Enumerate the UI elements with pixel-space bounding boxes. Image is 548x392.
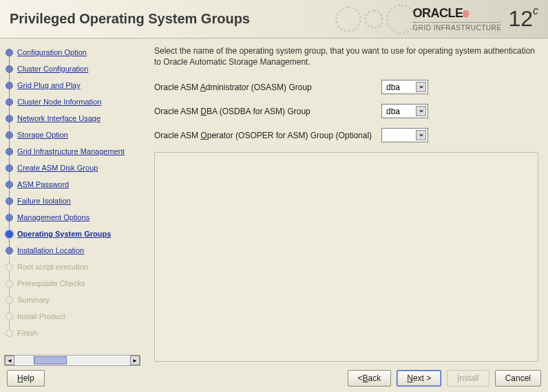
scroll-right-icon[interactable]: ► <box>130 356 140 365</box>
sidebar-step-11[interactable]: Operating System Groups <box>6 226 145 242</box>
content-pane: Select the name of the operating system … <box>145 39 548 369</box>
group-select-2[interactable] <box>381 128 428 142</box>
sidebar-step-4[interactable]: Network Interface Usage <box>6 110 145 127</box>
step-label[interactable]: Cluster Configuration <box>17 65 88 73</box>
step-bullet-icon <box>6 131 13 139</box>
help-button[interactable]: Help <box>7 370 45 386</box>
step-bullet-icon <box>6 263 13 271</box>
sidebar-step-8[interactable]: ASM Password <box>6 176 145 193</box>
step-bullet-icon <box>6 313 13 320</box>
step-label[interactable]: Create ASM Disk Group <box>17 164 98 172</box>
group-select-0[interactable]: dba <box>381 80 428 94</box>
step-bullet-icon <box>6 148 13 155</box>
sidebar-step-5[interactable]: Storage Option <box>6 127 145 143</box>
step-label[interactable]: Management Options <box>17 213 89 221</box>
group-label: Oracle ASM Administrator (OSASM) Group <box>154 83 375 92</box>
step-bullet-icon <box>6 115 13 122</box>
brand-logo: ORACLE® GRID INFRASTRUCTURE 12c <box>412 6 538 32</box>
step-bullet-icon <box>6 280 13 287</box>
step-bullet-icon <box>6 98 13 106</box>
footer: Help < Back Next > Install Cancel <box>0 369 548 392</box>
sidebar-step-10[interactable]: Management Options <box>6 209 145 226</box>
chevron-down-icon[interactable] <box>416 130 426 140</box>
install-button: Install <box>447 370 489 386</box>
step-bullet-icon <box>6 329 13 337</box>
step-label[interactable]: ASM Password <box>17 180 69 188</box>
sidebar-step-0[interactable]: Configuration Option <box>6 44 145 61</box>
step-bullet-icon <box>6 230 13 238</box>
scroll-thumb[interactable] <box>34 356 67 364</box>
sidebar-step-12[interactable]: Installation Location <box>6 242 145 259</box>
sidebar-step-17: Finish <box>6 325 145 341</box>
select-value: dba <box>386 83 400 92</box>
step-label[interactable]: Cluster Node Information <box>17 98 101 106</box>
back-button[interactable]: < Back <box>348 370 392 386</box>
step-label[interactable]: Installation Location <box>17 246 84 254</box>
step-label[interactable]: Failure Isolation <box>17 197 71 205</box>
step-label[interactable]: Network Interface Usage <box>17 114 101 122</box>
page-title: Privileged Operating System Groups <box>10 11 250 27</box>
sidebar-step-6[interactable]: Grid Infrastructure Management <box>6 143 145 160</box>
sidebar-step-3[interactable]: Cluster Node Information <box>6 94 145 110</box>
step-label: Summary <box>17 296 50 304</box>
step-label: Root script execution <box>17 263 88 271</box>
next-button[interactable]: Next > <box>397 370 441 386</box>
group-row-0: Oracle ASM Administrator (OSASM) Groupdb… <box>154 80 538 94</box>
step-label[interactable]: Storage Option <box>17 131 68 139</box>
chevron-down-icon[interactable] <box>416 106 426 116</box>
sidebar-step-9[interactable]: Failure Isolation <box>6 193 145 209</box>
step-bullet-icon <box>6 296 13 304</box>
step-bullet-icon <box>6 247 13 254</box>
cancel-button[interactable]: Cancel <box>495 370 541 386</box>
sidebar-step-15: Summary <box>6 292 145 308</box>
step-bullet-icon <box>6 164 13 172</box>
step-bullet-icon <box>6 181 13 188</box>
step-bullet-icon <box>6 82 13 89</box>
sidebar-step-1[interactable]: Cluster Configuration <box>6 61 145 77</box>
step-label: Prerequisite Checks <box>17 279 85 287</box>
step-bullet-icon <box>6 197 13 205</box>
sidebar-step-14: Prerequisite Checks <box>6 275 145 292</box>
sidebar-step-2[interactable]: Grid Plug and Play <box>6 77 145 94</box>
status-panel <box>154 152 538 362</box>
chevron-down-icon[interactable] <box>416 82 426 92</box>
select-value: dba <box>386 107 400 116</box>
brand-subtitle: GRID INFRASTRUCTURE <box>412 22 501 32</box>
step-label[interactable]: Grid Plug and Play <box>17 81 81 89</box>
sidebar-step-7[interactable]: Create ASM Disk Group <box>6 160 145 176</box>
brand-version: 12c <box>508 6 538 32</box>
scroll-left-icon[interactable]: ◄ <box>5 356 14 365</box>
step-label: Install Product <box>17 312 65 320</box>
step-label[interactable]: Configuration Option <box>17 48 87 56</box>
sidebar-scrollbar[interactable]: ◄ ► <box>4 355 140 366</box>
sidebar-step-13: Root script execution <box>6 259 145 275</box>
sidebar: Configuration OptionCluster Configuratio… <box>0 39 145 369</box>
step-label: Operating System Groups <box>17 230 111 238</box>
group-select-1[interactable]: dba <box>381 104 428 118</box>
step-label: Finish <box>17 329 37 337</box>
group-row-1: Oracle ASM DBA (OSDBA for ASM) Groupdba <box>154 104 538 118</box>
header: Privileged Operating System Groups ORACL… <box>0 0 548 39</box>
step-label[interactable]: Grid Infrastructure Management <box>17 147 125 155</box>
decoration-gears <box>328 0 424 38</box>
description-text: Select the name of the operating system … <box>154 45 538 67</box>
step-bullet-icon <box>6 214 13 221</box>
group-label: Oracle ASM DBA (OSDBA for ASM) Group <box>154 107 375 116</box>
group-row-2: Oracle ASM Operator (OSOPER for ASM) Gro… <box>154 128 538 142</box>
step-bullet-icon <box>6 49 13 56</box>
sidebar-step-16: Install Product <box>6 308 145 325</box>
group-label: Oracle ASM Operator (OSOPER for ASM) Gro… <box>154 131 375 140</box>
step-bullet-icon <box>6 65 13 73</box>
